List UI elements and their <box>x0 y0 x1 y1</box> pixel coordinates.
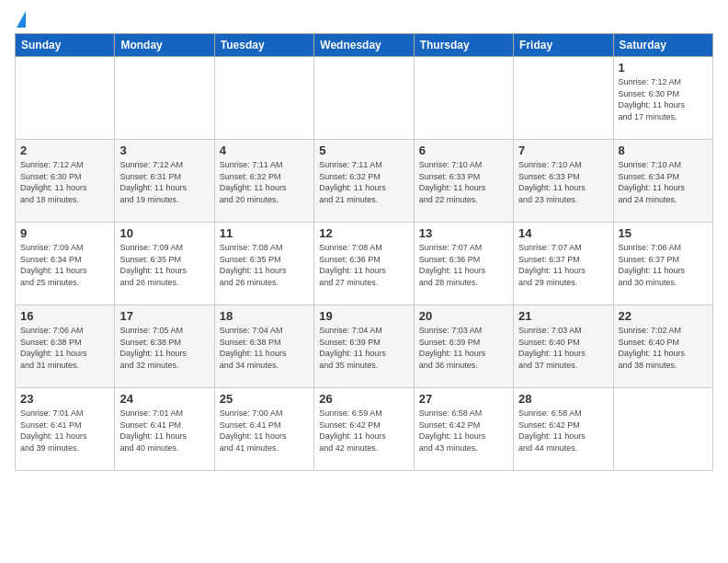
calendar-cell: 23Sunrise: 7:01 AM Sunset: 6:41 PM Dayli… <box>16 388 115 471</box>
day-info: Sunrise: 7:05 AM Sunset: 6:38 PM Dayligh… <box>119 325 209 371</box>
day-number: 1 <box>619 61 708 75</box>
calendar-cell: 21Sunrise: 7:03 AM Sunset: 6:40 PM Dayli… <box>514 305 613 388</box>
day-info: Sunrise: 7:11 AM Sunset: 6:32 PM Dayligh… <box>319 159 408 205</box>
day-number: 15 <box>619 226 708 240</box>
calendar-cell: 7Sunrise: 7:10 AM Sunset: 6:33 PM Daylig… <box>514 140 613 223</box>
day-number: 28 <box>518 392 608 406</box>
day-header-tuesday: Tuesday <box>214 34 313 57</box>
day-info: Sunrise: 7:03 AM Sunset: 6:39 PM Dayligh… <box>419 325 508 371</box>
calendar-cell: 18Sunrise: 7:04 AM Sunset: 6:38 PM Dayli… <box>214 305 313 388</box>
day-info: Sunrise: 6:58 AM Sunset: 6:42 PM Dayligh… <box>518 408 608 454</box>
day-info: Sunrise: 7:07 AM Sunset: 6:36 PM Dayligh… <box>419 242 508 288</box>
calendar-week-row: 16Sunrise: 7:06 AM Sunset: 6:38 PM Dayli… <box>16 305 713 388</box>
day-info: Sunrise: 7:07 AM Sunset: 6:37 PM Dayligh… <box>518 242 608 288</box>
day-number: 2 <box>20 144 109 157</box>
day-number: 20 <box>419 309 508 323</box>
calendar-cell <box>514 57 613 140</box>
calendar-cell: 27Sunrise: 6:58 AM Sunset: 6:42 PM Dayli… <box>414 388 513 471</box>
logo <box>15 15 26 26</box>
day-info: Sunrise: 7:06 AM Sunset: 6:38 PM Dayligh… <box>20 325 109 371</box>
calendar-cell: 26Sunrise: 6:59 AM Sunset: 6:42 PM Dayli… <box>314 388 414 471</box>
calendar-cell: 1Sunrise: 7:12 AM Sunset: 6:30 PM Daylig… <box>613 57 712 140</box>
calendar-week-row: 23Sunrise: 7:01 AM Sunset: 6:41 PM Dayli… <box>16 388 713 471</box>
calendar-week-row: 9Sunrise: 7:09 AM Sunset: 6:34 PM Daylig… <box>16 223 713 305</box>
day-info: Sunrise: 6:59 AM Sunset: 6:42 PM Dayligh… <box>319 408 408 454</box>
day-info: Sunrise: 7:01 AM Sunset: 6:41 PM Dayligh… <box>20 408 109 454</box>
calendar-week-row: 1Sunrise: 7:12 AM Sunset: 6:30 PM Daylig… <box>16 57 713 140</box>
day-number: 12 <box>319 226 408 240</box>
day-header-friday: Friday <box>514 34 613 57</box>
day-number: 24 <box>119 392 209 406</box>
day-header-wednesday: Wednesday <box>314 34 414 57</box>
day-number: 19 <box>319 309 408 323</box>
day-number: 5 <box>319 144 408 157</box>
day-number: 27 <box>419 392 508 406</box>
day-number: 16 <box>20 309 109 323</box>
calendar-cell: 20Sunrise: 7:03 AM Sunset: 6:39 PM Dayli… <box>414 305 513 388</box>
calendar-cell: 17Sunrise: 7:05 AM Sunset: 6:38 PM Dayli… <box>115 305 214 388</box>
calendar-cell: 24Sunrise: 7:01 AM Sunset: 6:41 PM Dayli… <box>115 388 214 471</box>
day-number: 22 <box>619 309 708 323</box>
calendar-cell <box>414 57 513 140</box>
day-info: Sunrise: 7:12 AM Sunset: 6:30 PM Dayligh… <box>619 76 708 122</box>
day-info: Sunrise: 7:02 AM Sunset: 6:40 PM Dayligh… <box>619 325 708 371</box>
day-number: 25 <box>220 392 309 406</box>
calendar-header-row: SundayMondayTuesdayWednesdayThursdayFrid… <box>16 34 713 57</box>
day-number: 7 <box>518 144 608 157</box>
calendar-cell: 11Sunrise: 7:08 AM Sunset: 6:35 PM Dayli… <box>214 223 313 305</box>
calendar-cell: 22Sunrise: 7:02 AM Sunset: 6:40 PM Dayli… <box>613 305 712 388</box>
day-number: 18 <box>220 309 309 323</box>
calendar-cell: 3Sunrise: 7:12 AM Sunset: 6:31 PM Daylig… <box>115 140 214 223</box>
day-info: Sunrise: 7:12 AM Sunset: 6:30 PM Dayligh… <box>20 159 109 205</box>
day-header-sunday: Sunday <box>16 34 115 57</box>
calendar-cell: 16Sunrise: 7:06 AM Sunset: 6:38 PM Dayli… <box>16 305 115 388</box>
day-info: Sunrise: 7:00 AM Sunset: 6:41 PM Dayligh… <box>220 408 309 454</box>
day-info: Sunrise: 7:04 AM Sunset: 6:39 PM Dayligh… <box>319 325 408 371</box>
calendar-cell: 10Sunrise: 7:09 AM Sunset: 6:35 PM Dayli… <box>115 223 214 305</box>
day-info: Sunrise: 7:08 AM Sunset: 6:35 PM Dayligh… <box>220 242 309 288</box>
day-info: Sunrise: 7:10 AM Sunset: 6:33 PM Dayligh… <box>419 159 508 205</box>
calendar-cell: 4Sunrise: 7:11 AM Sunset: 6:32 PM Daylig… <box>214 140 313 223</box>
calendar-cell: 2Sunrise: 7:12 AM Sunset: 6:30 PM Daylig… <box>16 140 115 223</box>
day-number: 9 <box>20 226 109 240</box>
day-info: Sunrise: 7:08 AM Sunset: 6:36 PM Dayligh… <box>319 242 408 288</box>
day-info: Sunrise: 7:10 AM Sunset: 6:34 PM Dayligh… <box>619 159 708 205</box>
day-number: 10 <box>119 226 209 240</box>
day-info: Sunrise: 7:10 AM Sunset: 6:33 PM Dayligh… <box>518 159 608 205</box>
calendar-table: SundayMondayTuesdayWednesdayThursdayFrid… <box>15 33 713 471</box>
header <box>15 15 713 26</box>
calendar-cell: 5Sunrise: 7:11 AM Sunset: 6:32 PM Daylig… <box>314 140 414 223</box>
calendar-cell: 19Sunrise: 7:04 AM Sunset: 6:39 PM Dayli… <box>314 305 414 388</box>
day-info: Sunrise: 7:01 AM Sunset: 6:41 PM Dayligh… <box>119 408 209 454</box>
day-info: Sunrise: 7:11 AM Sunset: 6:32 PM Dayligh… <box>220 159 309 205</box>
day-number: 4 <box>220 144 309 157</box>
day-number: 17 <box>119 309 209 323</box>
calendar-cell: 25Sunrise: 7:00 AM Sunset: 6:41 PM Dayli… <box>214 388 313 471</box>
calendar-cell: 8Sunrise: 7:10 AM Sunset: 6:34 PM Daylig… <box>613 140 712 223</box>
day-number: 3 <box>119 144 209 157</box>
day-number: 6 <box>419 144 508 157</box>
calendar-cell: 9Sunrise: 7:09 AM Sunset: 6:34 PM Daylig… <box>16 223 115 305</box>
calendar-cell <box>16 57 115 140</box>
day-info: Sunrise: 7:09 AM Sunset: 6:35 PM Dayligh… <box>119 242 209 288</box>
day-number: 26 <box>319 392 408 406</box>
calendar-cell: 14Sunrise: 7:07 AM Sunset: 6:37 PM Dayli… <box>514 223 613 305</box>
calendar-cell: 6Sunrise: 7:10 AM Sunset: 6:33 PM Daylig… <box>414 140 513 223</box>
calendar-week-row: 2Sunrise: 7:12 AM Sunset: 6:30 PM Daylig… <box>16 140 713 223</box>
day-header-saturday: Saturday <box>613 34 712 57</box>
day-number: 23 <box>20 392 109 406</box>
calendar-cell: 15Sunrise: 7:06 AM Sunset: 6:37 PM Dayli… <box>613 223 712 305</box>
day-number: 21 <box>518 309 608 323</box>
day-info: Sunrise: 7:12 AM Sunset: 6:31 PM Dayligh… <box>119 159 209 205</box>
day-number: 8 <box>619 144 708 157</box>
day-number: 14 <box>518 226 608 240</box>
calendar-cell: 12Sunrise: 7:08 AM Sunset: 6:36 PM Dayli… <box>314 223 414 305</box>
day-info: Sunrise: 7:04 AM Sunset: 6:38 PM Dayligh… <box>220 325 309 371</box>
day-number: 13 <box>419 226 508 240</box>
logo-triangle-icon <box>17 11 26 28</box>
calendar-cell <box>613 388 712 471</box>
calendar-cell <box>314 57 414 140</box>
day-header-monday: Monday <box>115 34 214 57</box>
day-info: Sunrise: 7:09 AM Sunset: 6:34 PM Dayligh… <box>20 242 109 288</box>
calendar-cell: 13Sunrise: 7:07 AM Sunset: 6:36 PM Dayli… <box>414 223 513 305</box>
